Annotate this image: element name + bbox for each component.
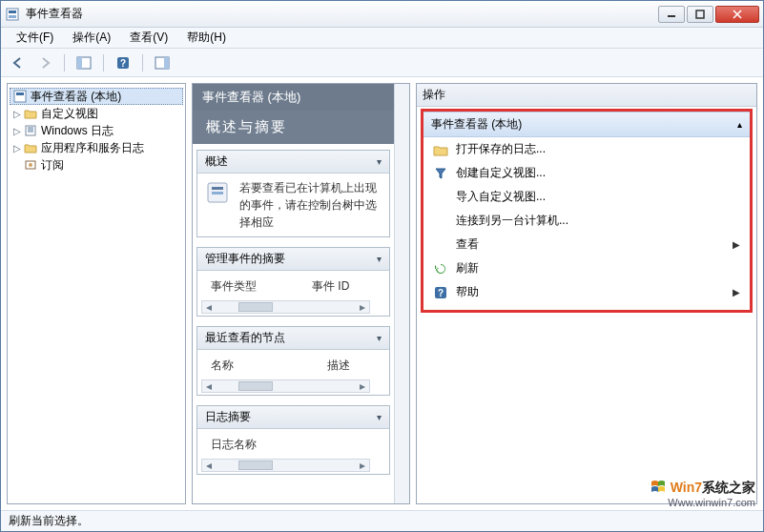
svg-rect-2 [9, 15, 16, 18]
forward-button[interactable] [33, 52, 56, 73]
show-hide-action-pane-button[interactable] [151, 52, 174, 73]
section-header[interactable]: 概述 ▾ [197, 151, 389, 174]
menu-help[interactable]: 帮助(H) [177, 28, 236, 48]
windows-logs-icon [23, 123, 38, 138]
section-title: 管理事件的摘要 [205, 251, 285, 267]
action-import-view[interactable]: 导入自定义视图... [423, 185, 750, 209]
section-title: 概述 [205, 153, 228, 170]
overview-description: 若要查看已在计算机上出现的事件，请在控制台树中选择相应 [239, 179, 382, 231]
tree-item-subscriptions[interactable]: 订阅 [10, 156, 183, 174]
status-text: 刷新当前选择。 [9, 513, 89, 529]
submenu-arrow-icon: ▶ [733, 287, 740, 297]
subscription-icon [23, 157, 38, 173]
collapse-icon: ▾ [377, 254, 382, 264]
action-help[interactable]: ?帮助▶ [423, 280, 750, 304]
menu-action[interactable]: 操作(A) [63, 28, 120, 48]
toolbar-separator [64, 54, 65, 72]
column-header[interactable]: 事件 ID [306, 276, 355, 297]
action-label: 导入自定义视图... [456, 189, 546, 205]
svg-text:?: ? [120, 58, 126, 69]
console-tree-panel: 事件查看器 (本地) ▷ 自定义视图 ▷ Windows 日志 ▷ 应用程序和服… [7, 83, 186, 504]
column-header[interactable]: 描述 [321, 356, 356, 376]
section-body: 名称 描述 ◂▸ [197, 350, 389, 395]
section-header[interactable]: 日志摘要 ▾ [197, 406, 389, 429]
svg-rect-0 [7, 9, 18, 20]
actions-pane-title: 操作 [417, 84, 756, 107]
section-body: 事件类型 事件 ID ◂▸ [197, 271, 389, 316]
event-viewer-icon [12, 89, 28, 104]
actions-panel: 操作 事件查看器 (本地) ▴ 打开保存的日志...创建自定义视图...导入自定… [416, 83, 757, 504]
action-connect[interactable]: 连接到另一台计算机... [423, 209, 750, 233]
collapse-icon: ▾ [377, 156, 382, 167]
collapse-icon: ▾ [377, 412, 382, 422]
folder-icon [23, 106, 38, 121]
toolbar-separator [103, 54, 104, 72]
column-header[interactable]: 名称 [205, 356, 239, 376]
tree-item-app-service-logs[interactable]: ▷ 应用程序和服务日志 [10, 139, 183, 156]
section-body: 日志名称 ◂▸ [197, 429, 389, 474]
svg-rect-12 [164, 57, 169, 69]
expander-icon[interactable]: ▷ [11, 143, 23, 153]
annotation-highlight: 事件查看器 (本地) ▴ 打开保存的日志...创建自定义视图...导入自定义视图… [421, 109, 753, 313]
svg-rect-19 [212, 187, 223, 190]
tree-root-label: 事件查看器 (本地) [31, 89, 121, 105]
collapse-icon: ▾ [377, 333, 382, 343]
menu-file[interactable]: 文件(F) [7, 28, 63, 48]
minimize-button[interactable] [658, 6, 685, 23]
svg-text:?: ? [438, 288, 444, 298]
svg-rect-14 [16, 92, 24, 95]
show-hide-console-tree-button[interactable] [72, 52, 95, 73]
section-title: 最近查看的节点 [205, 330, 285, 346]
help-button[interactable]: ? [112, 52, 134, 73]
body-area: 事件查看器 (本地) ▷ 自定义视图 ▷ Windows 日志 ▷ 应用程序和服… [1, 77, 763, 510]
horizontal-scrollbar[interactable]: ◂▸ [201, 379, 370, 393]
column-header[interactable]: 日志名称 [205, 435, 262, 455]
action-label: 刷新 [456, 260, 479, 276]
svg-rect-8 [77, 57, 82, 69]
action-view[interactable]: 查看▶ [423, 233, 750, 256]
app-window: 事件查看器 文件(F) 操作(A) 查看(V) 帮助(H) ? 事件查看 [0, 0, 764, 532]
window-title: 事件查看器 [26, 6, 658, 22]
folder-icon [23, 140, 38, 155]
action-label: 打开保存的日志... [456, 141, 546, 157]
action-label: 创建自定义视图... [456, 165, 546, 181]
toolbar: ? [1, 49, 763, 77]
tree-item-custom-views[interactable]: ▷ 自定义视图 [10, 105, 183, 122]
details-subtitle: 概述与摘要 [193, 111, 394, 144]
horizontal-scrollbar[interactable]: ◂▸ [201, 459, 370, 472]
tree-root[interactable]: 事件查看器 (本地) [10, 88, 183, 105]
section-header[interactable]: 最近查看的节点 ▾ [197, 327, 389, 350]
expander-icon[interactable]: ▷ [11, 109, 23, 119]
maximize-button[interactable] [687, 6, 713, 23]
vertical-scrollbar[interactable] [394, 84, 409, 503]
svg-point-17 [29, 163, 32, 167]
blank-icon [433, 237, 448, 253]
close-button[interactable] [715, 6, 759, 23]
toolbar-separator [142, 54, 143, 72]
menu-view[interactable]: 查看(V) [120, 28, 177, 48]
app-icon [5, 7, 20, 22]
action-open-saved[interactable]: 打开保存的日志... [423, 137, 750, 161]
filter-icon [433, 166, 448, 181]
column-header[interactable]: 事件类型 [205, 276, 262, 297]
section-overview: 概述 ▾ 若要查看已在计算机上出现的事件，请在控制台树中选择相应 [196, 150, 390, 237]
horizontal-scrollbar[interactable]: ◂▸ [201, 300, 370, 314]
section-recent-nodes: 最近查看的节点 ▾ 名称 描述 ◂▸ [196, 326, 390, 396]
blank-icon [433, 190, 448, 205]
tree-item-windows-logs[interactable]: ▷ Windows 日志 [10, 122, 183, 139]
section-header[interactable]: 管理事件的摘要 ▾ [197, 248, 389, 271]
expander-icon[interactable]: ▷ [11, 126, 23, 136]
menubar: 文件(F) 操作(A) 查看(V) 帮助(H) [1, 28, 763, 49]
action-refresh[interactable]: 刷新 [423, 256, 750, 280]
action-label: 连接到另一台计算机... [456, 213, 568, 229]
svg-rect-20 [212, 192, 223, 194]
section-title: 日志摘要 [205, 409, 251, 425]
actions-group-header[interactable]: 事件查看器 (本地) ▴ [423, 112, 750, 137]
action-create-view[interactable]: 创建自定义视图... [423, 161, 750, 185]
action-label: 查看 [456, 236, 479, 253]
tree-item-label: 订阅 [41, 157, 64, 174]
action-label: 帮助 [456, 284, 479, 300]
back-button[interactable] [7, 52, 30, 73]
console-tree[interactable]: 事件查看器 (本地) ▷ 自定义视图 ▷ Windows 日志 ▷ 应用程序和服… [8, 84, 185, 177]
blank-icon [433, 214, 448, 229]
